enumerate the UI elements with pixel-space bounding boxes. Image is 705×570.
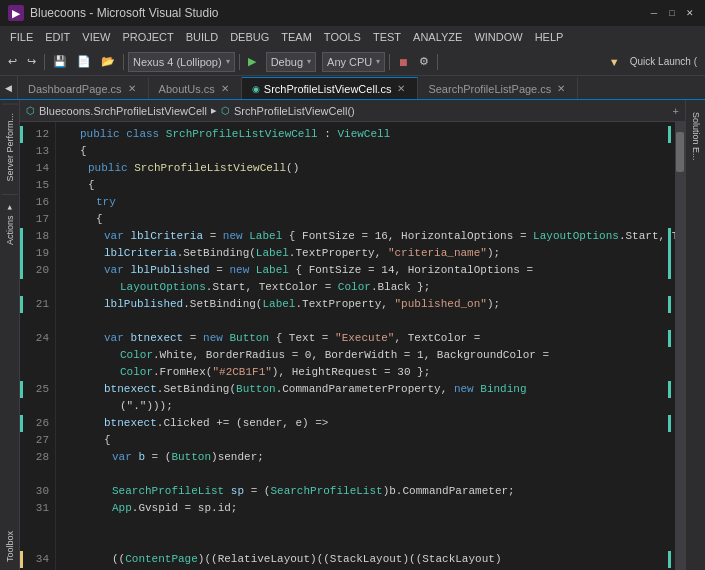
platform-arrow: ▾ [376,57,380,66]
quick-launch[interactable]: Quick Launch ( [626,51,701,73]
tb-sep1 [44,54,45,70]
menu-team[interactable]: TEAM [275,29,318,45]
tab-about[interactable]: AboutUs.cs ✕ [149,77,242,99]
code-line: try [64,194,671,211]
filter-icon[interactable]: ▼ [605,51,624,73]
code-line: ((ContentPage)((RelativeLayout)((StackLa… [64,551,671,568]
tb-sep5 [437,54,438,70]
tab-srch-close[interactable]: ✕ [395,83,407,94]
bc-sep: ▸ [211,104,217,117]
code-line: Color.FromHex("#2CB1F1"), HeightRequest … [64,364,671,381]
bc-namespace-icon: ⬡ [26,105,35,116]
toolbar: ↩ ↪ 💾 📄 📂 Nexus 4 (Lollipop) ▾ ▶ Debug ▾… [0,48,705,76]
code-line: { [64,211,671,228]
menu-build[interactable]: BUILD [180,29,224,45]
code-line: btnexect.SetBinding(Button.CommandParame… [64,381,671,398]
menu-file[interactable]: FILE [4,29,39,45]
menu-debug[interactable]: DEBUG [224,29,275,45]
tab-dashboard-close[interactable]: ✕ [126,83,138,94]
tab-search-profile-list[interactable]: SearchProfileListPage.cs ✕ [418,77,578,99]
server-explorer-tab[interactable]: Server Perform... [2,104,18,190]
tab-srch-profile[interactable]: ◉ SrchProfileListViewCell.cs ✕ [242,77,419,99]
nexus-dropdown[interactable]: Nexus 4 (Lollipop) ▾ [128,52,235,72]
scrollbar-thumb[interactable] [676,132,684,172]
code-line: ("."))); [64,398,671,415]
title-text: Bluecoons - Microsoft Visual Studio [30,6,641,20]
tab-about-close[interactable]: ✕ [219,83,231,94]
tb-sep4 [389,54,390,70]
tb-open[interactable]: 📂 [97,51,119,73]
code-line: { [64,143,671,160]
config-dropdown[interactable]: Debug ▾ [266,52,316,72]
code-content[interactable]: public class SrchProfileListViewCell : V… [56,122,675,570]
actions-tab[interactable]: Actions ▾ [2,194,18,253]
menu-test[interactable]: TEST [367,29,407,45]
code-line [64,517,671,534]
menu-analyze[interactable]: ANALYZE [407,29,468,45]
solution-explorer-tab[interactable]: Solution E... [688,104,704,169]
tab-search-list-label: SearchProfileListPage.cs [428,83,551,95]
platform-label: Any CPU [327,56,372,68]
bc-method-icon: ⬡ [221,105,230,116]
code-line: App.Gvspid = sp.id; [64,500,671,517]
code-line: lblCriteria.SetBinding(Label.TextPropert… [64,245,671,262]
code-line [64,313,671,330]
sidebar-toggle[interactable]: ◀ [0,76,18,99]
menu-view[interactable]: VIEW [76,29,116,45]
scrollbar[interactable] [675,122,685,570]
tb-stop[interactable]: ⏹ [394,51,413,73]
tb-new[interactable]: 📄 [73,51,95,73]
menu-bar: FILE EDIT VIEW PROJECT BUILD DEBUG TEAM … [0,26,705,48]
tab-srch-icon: ◉ [252,84,260,94]
platform-dropdown[interactable]: Any CPU ▾ [322,52,385,72]
tab-srch-label: SrchProfileListViewCell.cs [264,83,392,95]
menu-window[interactable]: WINDOW [468,29,528,45]
tb-play[interactable]: ▶ [244,51,260,73]
minimize-icon[interactable]: ─ [647,6,661,20]
toolbox-tab[interactable]: Toolbox [2,523,18,570]
title-controls: ─ □ ✕ [647,6,697,20]
code-line: var lblPublished = new Label { FontSize … [64,262,671,279]
tab-row: ◀ DashboardPage.cs ✕ AboutUs.cs ✕ ◉ Srch… [0,76,705,100]
tab-dashboard-label: DashboardPage.cs [28,83,122,95]
code-line [64,466,671,483]
tb-redo[interactable]: ↪ [23,51,40,73]
code-line [64,534,671,551]
code-line: { [64,432,671,449]
code-line: var btnexect = new Button { Text = "Exec… [64,330,671,347]
tab-about-label: AboutUs.cs [159,83,215,95]
code-line: { [64,177,671,194]
code-line: var lblCriteria = new Label { FontSize =… [64,228,671,245]
config-label: Debug [271,56,303,68]
code-line: btnexect.Clicked += (sender, e) => [64,415,671,432]
left-sidebar: Server Perform... Actions ▾ Toolbox [0,100,20,570]
tb-save[interactable]: 💾 [49,51,71,73]
tab-search-list-close[interactable]: ✕ [555,83,567,94]
bc-namespace: Bluecoons.SrchProfileListViewCell [39,105,207,117]
line-numbers: 12 13 14 15 16 17 18 19 20 21 24 25 [20,122,56,570]
nexus-label: Nexus 4 (Lollipop) [133,56,222,68]
tb-undo[interactable]: ↩ [4,51,21,73]
menu-tools[interactable]: TOOLS [318,29,367,45]
bc-expand-icon[interactable]: + [673,105,679,117]
close-icon[interactable]: ✕ [683,6,697,20]
tb-attach[interactable]: ⚙ [415,51,433,73]
code-line: LayoutOptions.Start, TextColor = Color.B… [64,279,671,296]
menu-edit[interactable]: EDIT [39,29,76,45]
code-line: public class SrchProfileListViewCell : V… [64,126,671,143]
code-container: 12 13 14 15 16 17 18 19 20 21 24 25 [20,122,685,570]
maximize-icon[interactable]: □ [665,6,679,20]
menu-help[interactable]: HELP [529,29,570,45]
code-line: public SrchProfileListViewCell() [64,160,671,177]
menu-project[interactable]: PROJECT [116,29,179,45]
code-line: Color.White, BorderRadius = 0, BorderWid… [64,347,671,364]
config-arrow: ▾ [307,57,311,66]
code-line: lblPublished.SetBinding(Label.TextProper… [64,296,671,313]
tb-sep2 [123,54,124,70]
main-area: Server Perform... Actions ▾ Toolbox ⬡ Bl… [0,100,705,570]
title-bar: ▶ Bluecoons - Microsoft Visual Studio ─ … [0,0,705,26]
editor-area: ⬡ Bluecoons.SrchProfileListViewCell ▸ ⬡ … [20,100,685,570]
tab-dashboard[interactable]: DashboardPage.cs ✕ [18,77,149,99]
vs-icon: ▶ [8,5,24,21]
right-sidebar: Solution E... [685,100,705,570]
